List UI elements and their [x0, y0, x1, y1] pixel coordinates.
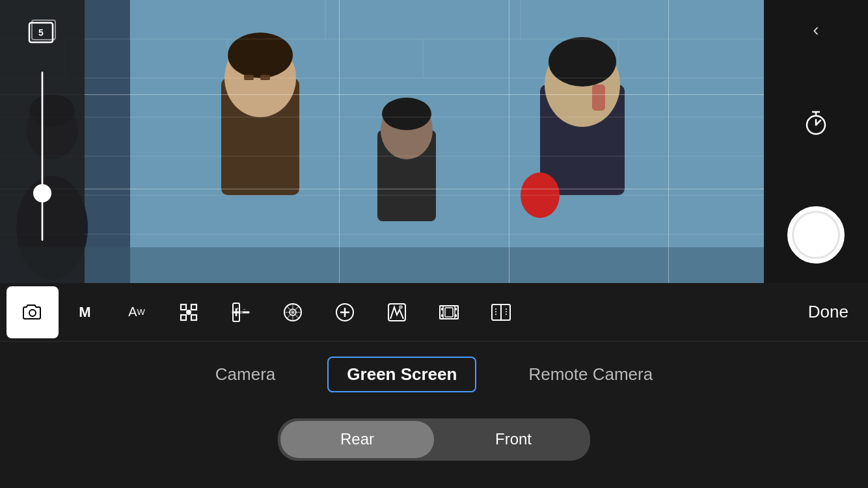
svg-rect-19 [592, 85, 605, 111]
svg-point-14 [382, 98, 431, 130]
tool-shutter[interactable] [267, 286, 319, 338]
svg-rect-68 [455, 306, 458, 319]
tool-filmstrip[interactable] [423, 286, 475, 338]
bottom-toolbar: M AW + - [0, 283, 868, 488]
exposure-slider[interactable] [41, 72, 44, 241]
camera-toggle-row: Rear Front [0, 407, 868, 472]
svg-rect-72 [455, 314, 457, 317]
svg-point-42 [29, 310, 36, 316]
svg-rect-70 [441, 314, 443, 317]
tool-manual[interactable]: M [59, 286, 111, 338]
svg-rect-45 [181, 315, 186, 320]
svg-text:+: + [236, 306, 239, 312]
back-button[interactable]: ‹ [813, 20, 819, 40]
right-sidebar: ‹ [764, 0, 868, 283]
mode-camera[interactable]: Camera [202, 358, 288, 391]
svg-point-65 [399, 305, 403, 309]
camera-viewport [0, 0, 764, 283]
tool-enhance[interactable] [371, 286, 423, 338]
toggle-rear[interactable]: Rear [280, 421, 434, 458]
svg-rect-46 [191, 315, 197, 320]
tool-camera[interactable] [7, 286, 59, 338]
svg-rect-69 [441, 308, 443, 310]
svg-rect-11 [260, 75, 270, 80]
mode-green-screen[interactable]: Green Screen [327, 357, 476, 392]
svg-rect-71 [455, 308, 457, 310]
svg-text:-: - [243, 306, 245, 312]
tool-focus[interactable] [163, 286, 215, 338]
tool-split[interactable] [475, 286, 527, 338]
done-button[interactable]: Done [795, 295, 861, 329]
left-sidebar: 5 [0, 0, 85, 283]
timer-button[interactable] [800, 108, 832, 139]
svg-text:5: 5 [38, 27, 44, 38]
tools-row: M AW + - [0, 283, 868, 342]
tool-add[interactable] [319, 286, 371, 338]
tool-exposure[interactable]: + - [215, 286, 267, 338]
svg-point-17 [549, 37, 616, 87]
svg-rect-43 [181, 305, 186, 310]
svg-rect-67 [440, 306, 443, 319]
svg-rect-10 [244, 75, 254, 80]
tool-auto-white[interactable]: AW [111, 286, 163, 338]
svg-point-47 [186, 310, 191, 315]
mode-row: Camera Green Screen Remote Camera [0, 342, 868, 407]
shutter-button[interactable] [787, 206, 845, 264]
svg-rect-73 [445, 308, 453, 317]
photo-count-badge[interactable]: 5 [23, 13, 62, 52]
toggle-front[interactable]: Front [437, 418, 590, 461]
exposure-handle[interactable] [33, 184, 51, 202]
svg-rect-20 [0, 247, 764, 283]
mode-remote-camera[interactable]: Remote Camera [515, 358, 666, 391]
svg-rect-44 [191, 305, 197, 310]
camera-position-toggle: Rear Front [278, 418, 590, 461]
